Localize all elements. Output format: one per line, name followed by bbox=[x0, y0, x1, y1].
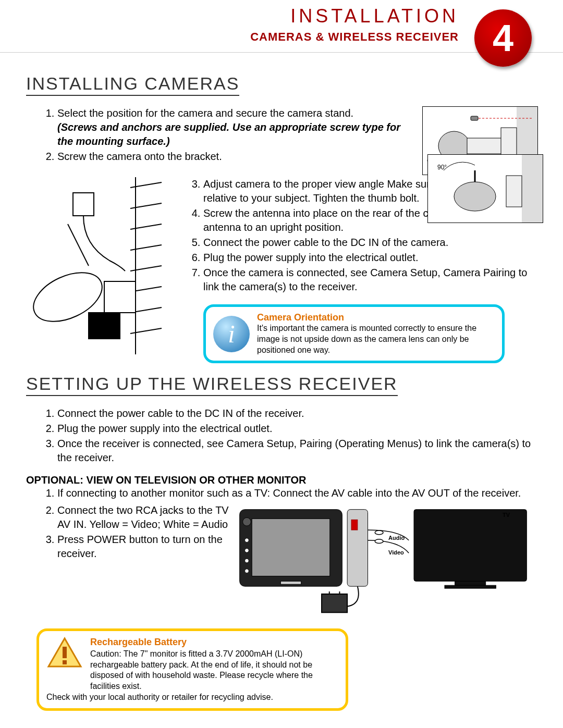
callout-body: It's important the camera is mounted cor… bbox=[257, 323, 495, 355]
header-subtitle: CAMERAS & WIRELESS RECEIVER bbox=[250, 30, 459, 44]
warning-callout-battery: Rechargeable Battery Caution: The 7" mon… bbox=[36, 628, 348, 710]
svg-rect-21 bbox=[104, 281, 136, 313]
step-item: Once the receiver is connected, see Came… bbox=[57, 437, 537, 465]
chapter-number-circle: 4 bbox=[474, 9, 532, 67]
warning-icon bbox=[46, 636, 83, 670]
step-item: Connect the power cable to the DC IN of … bbox=[57, 406, 537, 421]
svg-rect-19 bbox=[73, 193, 94, 216]
step-item: Plug the power supply into the electrica… bbox=[57, 422, 537, 436]
svg-rect-2 bbox=[467, 138, 504, 154]
callout-body: Caution: The 7" monitor is fitted a 3.7V… bbox=[90, 649, 338, 692]
svg-point-30 bbox=[243, 518, 251, 526]
receiver-to-tv-connection-diagram: TV Audio Video bbox=[229, 503, 537, 618]
step-item: If connecting to another monitor such as… bbox=[57, 486, 537, 500]
svg-point-31 bbox=[245, 538, 249, 542]
section-heading-installing-cameras: INSTALLING CAMERAS bbox=[26, 73, 239, 96]
callout-footer: Check with your local authority or retai… bbox=[46, 692, 338, 703]
step-item: Press POWER button to turn on the receiv… bbox=[57, 533, 229, 561]
info-callout-camera-orientation: i Camera Orientation It's important the … bbox=[203, 304, 505, 363]
svg-rect-35 bbox=[280, 582, 301, 585]
svg-rect-38 bbox=[322, 594, 347, 612]
header-title: INSTALLATION bbox=[290, 5, 459, 27]
camera-power-connection-diagram bbox=[26, 177, 167, 354]
audio-label: Audio bbox=[388, 535, 405, 541]
svg-point-26 bbox=[454, 182, 496, 211]
svg-rect-37 bbox=[351, 520, 358, 530]
step-item: Connect the two RCA jacks to the TV AV I… bbox=[57, 503, 229, 532]
step-text: Select the position for the camera and s… bbox=[57, 107, 353, 119]
step-item: Connect the power cable to the DC IN of … bbox=[203, 236, 537, 250]
svg-rect-48 bbox=[63, 660, 67, 664]
svg-point-42 bbox=[375, 539, 383, 544]
svg-rect-24 bbox=[522, 155, 543, 223]
step-note: (Screws and anchors are supplied. Use an… bbox=[57, 121, 400, 147]
svg-point-33 bbox=[245, 559, 249, 563]
step-item: Once the camera is connected, see Camera… bbox=[203, 266, 537, 294]
svg-rect-47 bbox=[63, 647, 67, 658]
svg-rect-6 bbox=[471, 116, 478, 120]
camera-angle-adjustment-diagram: 90° bbox=[427, 154, 543, 223]
svg-rect-45 bbox=[445, 586, 496, 589]
step-item: Screw the camera onto the bracket. bbox=[57, 150, 412, 164]
svg-rect-29 bbox=[252, 519, 329, 576]
callout-title: Camera Orientation bbox=[257, 312, 495, 323]
angle-label: 90° bbox=[437, 164, 447, 171]
svg-point-41 bbox=[375, 530, 383, 535]
tv-label: TV bbox=[503, 512, 510, 518]
video-label: Video bbox=[388, 549, 404, 556]
page-header: INSTALLATION CAMERAS & WIRELESS RECEIVER… bbox=[0, 0, 563, 53]
svg-rect-23 bbox=[89, 313, 120, 339]
section-heading-wireless-receiver: SETTING UP THE WIRELESS RECEIVER bbox=[26, 374, 398, 396]
svg-rect-25 bbox=[506, 176, 522, 207]
svg-point-34 bbox=[245, 569, 249, 573]
optional-subheading: OPTIONAL: VIEW ON TELEVISION OR OTHER MO… bbox=[26, 474, 537, 486]
info-icon: i bbox=[213, 316, 250, 352]
callout-title: Rechargeable Battery bbox=[90, 636, 338, 648]
svg-rect-43 bbox=[414, 510, 527, 582]
step-item: Plug the power supply into the electrica… bbox=[203, 251, 537, 265]
svg-point-32 bbox=[245, 549, 249, 553]
svg-rect-44 bbox=[455, 582, 486, 586]
step-item: Select the position for the camera and s… bbox=[57, 106, 412, 149]
